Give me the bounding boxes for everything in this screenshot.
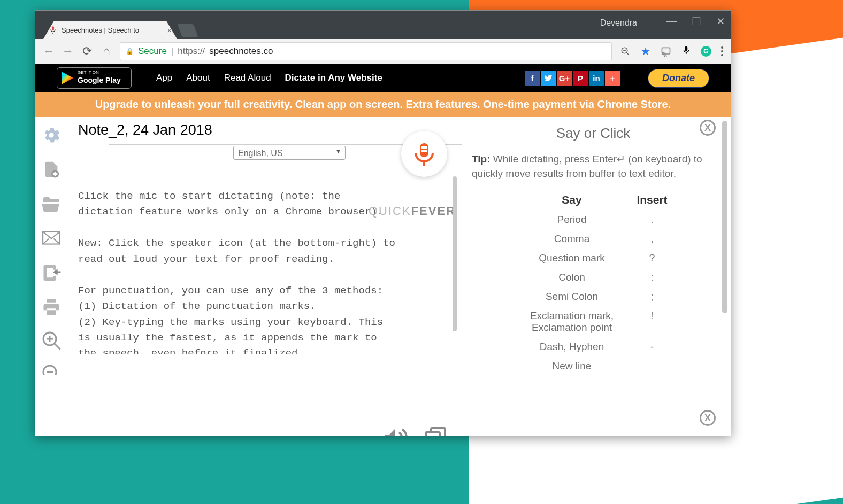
lock-icon: 🔒	[126, 48, 134, 55]
watermark: QUICKFEVER	[369, 204, 456, 218]
command-row[interactable]: Question mark?	[513, 252, 673, 264]
svg-rect-15	[426, 432, 440, 436]
print-icon[interactable]	[41, 296, 62, 317]
tab-title: Speechnotes | Speech to	[62, 26, 139, 34]
url-input[interactable]: 🔒 Secure | https://speechnotes.co	[120, 42, 612, 60]
close-icon[interactable]: ✕	[716, 15, 725, 28]
new-note-icon[interactable]	[41, 159, 62, 180]
settings-icon[interactable]	[41, 125, 62, 146]
editor-panel: English, US Click the mic to start dicta…	[67, 117, 453, 436]
grammarly-icon[interactable]: G	[701, 46, 711, 57]
maximize-icon[interactable]: ☐	[692, 15, 701, 28]
browser-tab[interactable]: Speechnotes | Speech to ×	[43, 21, 177, 39]
svg-line-7	[55, 344, 60, 350]
command-row[interactable]: Dash, Hyphen-	[513, 341, 673, 353]
new-tab-button[interactable]	[178, 24, 198, 37]
voice-search-icon[interactable]	[681, 44, 691, 59]
note-title-input[interactable]	[78, 122, 346, 138]
reload-icon[interactable]: ⟳	[81, 44, 93, 58]
pinterest-icon[interactable]: P	[573, 71, 588, 86]
help-panel: Say or Click Tip: While dictating, press…	[453, 117, 731, 436]
browser-window: Speechnotes | Speech to × Devendra — ☐ ✕…	[35, 10, 731, 436]
zoom-out-icon[interactable]	[619, 46, 631, 56]
nav-dictate[interactable]: Dictate in Any Website	[285, 73, 382, 83]
close-help-button[interactable]: X	[700, 120, 716, 136]
open-folder-icon[interactable]	[41, 193, 62, 214]
nav-read-aloud[interactable]: Read Aloud	[224, 73, 271, 83]
close-ad-button[interactable]: X	[700, 410, 716, 426]
col-say-header: Say	[513, 193, 631, 206]
help-tip: Tip: While dictating, press Enter↵ (on k…	[472, 152, 715, 181]
export-icon[interactable]	[41, 261, 62, 283]
commands-table: Say Insert Period.Comma,Question mark?Co…	[513, 193, 673, 372]
site-navbar: GET IT ONGoogle Play App About Read Alou…	[35, 64, 731, 92]
url-domain: speechnotes.co	[209, 46, 273, 57]
back-icon[interactable]: ←	[43, 44, 55, 58]
command-row[interactable]: Exclamation mark, Exclamation point!	[513, 310, 673, 334]
mic-favicon-icon	[49, 26, 57, 34]
svg-point-10	[43, 366, 56, 375]
email-icon[interactable]	[41, 227, 62, 249]
google-play-badge[interactable]: GET IT ONGoogle Play	[57, 67, 132, 89]
cast-icon[interactable]	[660, 46, 672, 57]
google-plus-icon[interactable]: G+	[557, 71, 572, 86]
svg-rect-3	[662, 48, 670, 54]
page-watermark: QUICKFEVER	[757, 490, 838, 502]
command-row[interactable]: Semi Colon;	[513, 291, 673, 303]
col-insert-header: Insert	[631, 193, 673, 206]
twitter-icon[interactable]	[541, 71, 556, 86]
svg-rect-12	[421, 146, 427, 149]
donate-button[interactable]: Donate	[648, 69, 709, 88]
command-row[interactable]: New line	[513, 360, 673, 372]
command-row[interactable]: Colon:	[513, 272, 673, 283]
nav-about[interactable]: About	[186, 73, 210, 83]
language-select-wrap: English, US	[78, 146, 346, 160]
play-icon	[62, 72, 73, 84]
svg-line-1	[626, 52, 629, 55]
main-content: English, US Click the mic to start dicta…	[35, 117, 731, 436]
copy-icon[interactable]	[423, 425, 448, 436]
page-content: GET IT ONGoogle Play App About Read Alou…	[35, 64, 731, 436]
secure-label: Secure	[138, 46, 167, 57]
bookmark-star-icon[interactable]: ★	[641, 45, 650, 58]
minimize-icon[interactable]: —	[666, 15, 677, 28]
menu-icon[interactable]	[721, 46, 723, 56]
sidebar	[35, 117, 67, 436]
tab-close-icon[interactable]: ×	[167, 26, 172, 35]
chrome-user-name[interactable]: Devendra	[600, 18, 637, 28]
url-prefix: https://	[178, 46, 205, 57]
help-scrollbar[interactable]	[722, 121, 727, 313]
forward-icon: →	[62, 44, 74, 58]
titlebar: Speechnotes | Speech to × Devendra — ☐ ✕	[35, 11, 731, 39]
record-mic-button[interactable]	[401, 131, 447, 177]
addthis-icon[interactable]: +	[605, 71, 620, 86]
upgrade-banner[interactable]: Upgrade to unleash your full creativity.…	[35, 92, 731, 117]
speaker-icon[interactable]	[382, 425, 408, 436]
zoom-reset-icon[interactable]	[41, 364, 62, 375]
help-title: Say or Click	[472, 125, 715, 142]
home-icon[interactable]: ⌂	[101, 44, 112, 58]
social-links: f G+ P in +	[525, 71, 620, 86]
nav-app[interactable]: App	[156, 73, 172, 83]
zoom-in-icon[interactable]	[41, 330, 62, 351]
facebook-icon[interactable]: f	[525, 71, 540, 86]
window-controls: — ☐ ✕	[666, 15, 725, 28]
address-bar: ← → ⟳ ⌂ 🔒 Secure | https://speechnotes.c…	[35, 39, 731, 64]
language-select[interactable]: English, US	[233, 146, 346, 160]
svg-rect-13	[421, 150, 427, 152]
command-row[interactable]: Comma,	[513, 233, 673, 245]
command-row[interactable]: Period.	[513, 214, 673, 226]
linkedin-icon[interactable]: in	[589, 71, 604, 86]
